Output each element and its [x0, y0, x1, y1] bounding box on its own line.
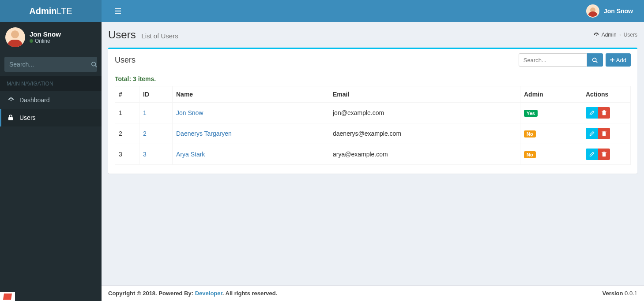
- cell-id-link[interactable]: 2: [143, 130, 147, 137]
- svg-rect-6: [8, 117, 13, 120]
- developer-link[interactable]: Developer: [195, 290, 222, 297]
- admin-badge: Yes: [524, 110, 538, 117]
- cell-num: 3: [115, 144, 139, 165]
- cell-name-link[interactable]: Jon Snow: [176, 109, 203, 116]
- admin-badge: No: [524, 151, 536, 158]
- breadcrumb-current: Users: [624, 32, 637, 38]
- sidebar-user-status: Online: [30, 38, 61, 44]
- svg-line-9: [596, 61, 597, 62]
- avatar-icon: [5, 27, 25, 47]
- svg-point-3: [92, 62, 96, 66]
- box-title: Users: [115, 56, 136, 65]
- trash-icon: [602, 152, 606, 157]
- sidebar-user-panel: Jon Snow Online: [0, 22, 102, 52]
- trash-icon: [602, 131, 606, 136]
- col-header-num: #: [115, 86, 139, 103]
- cell-name-link[interactable]: Daenerys Targaryen: [176, 130, 232, 137]
- admin-badge: No: [524, 130, 536, 137]
- lock-icon: [8, 115, 15, 121]
- svg-rect-19: [602, 152, 606, 153]
- svg-rect-14: [603, 110, 605, 111]
- svg-point-7: [596, 35, 597, 36]
- svg-rect-0: [115, 8, 121, 9]
- page-subtitle: List of Users: [141, 32, 178, 40]
- svg-rect-17: [603, 131, 605, 132]
- table-search-input[interactable]: [519, 53, 587, 67]
- sidebar-toggle-button[interactable]: [108, 2, 128, 20]
- table-row: 11Jon Snowjon@example.comYes: [115, 103, 631, 123]
- add-button-label: Add: [616, 57, 626, 63]
- footer-left: Copyright © 2018. Powered By: Developer.…: [108, 290, 277, 297]
- trash-icon: [602, 110, 606, 115]
- sidebar-search-button[interactable]: [91, 57, 97, 71]
- page-title: Users List of Users: [108, 29, 178, 41]
- avatar-icon: [586, 4, 599, 18]
- edit-button[interactable]: [586, 128, 598, 139]
- svg-rect-13: [602, 111, 606, 112]
- cell-id-link[interactable]: 1: [143, 109, 147, 116]
- nav-section-header: MAIN NAVIGATION: [0, 76, 102, 91]
- sidebar-search: [4, 57, 97, 72]
- grid-summary: Total: 3 items.: [115, 75, 631, 82]
- breadcrumb-root[interactable]: Admin: [602, 32, 617, 38]
- online-dot-icon: [30, 39, 33, 43]
- svg-point-5: [11, 100, 12, 101]
- brand-light: LTE: [57, 6, 72, 16]
- col-header-id: ID: [139, 86, 173, 103]
- col-header-name: Name: [173, 86, 329, 103]
- footer-version: Version 0.0.1: [603, 290, 638, 297]
- table-search-button[interactable]: [587, 53, 603, 67]
- svg-rect-20: [603, 152, 605, 152]
- dashboard-icon: [8, 97, 15, 103]
- brand-logo[interactable]: AdminLTE: [0, 0, 102, 22]
- edit-icon: [589, 131, 595, 136]
- svg-rect-18: [603, 153, 606, 156]
- dashboard-icon: [594, 32, 599, 37]
- svg-rect-2: [115, 13, 121, 14]
- search-icon: [91, 61, 97, 67]
- breadcrumb: Admin › Users: [594, 32, 637, 38]
- edit-button[interactable]: [586, 107, 598, 119]
- svg-line-4: [95, 66, 97, 67]
- delete-button[interactable]: [598, 149, 610, 160]
- edit-icon: [589, 110, 595, 115]
- col-header-actions: Actions: [582, 86, 631, 103]
- svg-rect-15: [603, 132, 606, 136]
- sidebar-user-name: Jon Snow: [30, 30, 61, 38]
- svg-rect-11: [610, 59, 614, 60]
- cell-email: jon@example.com: [329, 103, 520, 123]
- search-icon: [592, 57, 598, 63]
- col-header-admin: Admin: [520, 86, 582, 103]
- svg-rect-1: [115, 11, 121, 11]
- col-header-email: Email: [329, 86, 520, 103]
- sidebar-search-input[interactable]: [5, 57, 91, 71]
- table-row: 22Daenerys Targaryendaenerys@example.com…: [115, 123, 631, 144]
- users-table: # ID Name Email Admin Actions 11Jon Snow…: [115, 86, 631, 165]
- plus-icon: [610, 58, 614, 62]
- add-button[interactable]: Add: [606, 53, 631, 67]
- hamburger-icon: [115, 8, 121, 14]
- svg-rect-16: [602, 132, 606, 133]
- sidebar-item-dashboard[interactable]: Dashboard: [0, 91, 102, 109]
- svg-rect-12: [603, 111, 606, 115]
- cell-email: daenerys@example.com: [329, 123, 520, 144]
- cell-name-link[interactable]: Arya Stark: [176, 151, 205, 158]
- cell-id-link[interactable]: 3: [143, 151, 147, 158]
- cell-email: arya@example.com: [329, 144, 520, 165]
- svg-point-8: [593, 58, 596, 61]
- sidebar-item-label: Dashboard: [19, 97, 50, 104]
- brand-bold: Admin: [29, 6, 56, 16]
- delete-button[interactable]: [598, 128, 610, 139]
- chevron-right-icon: ›: [619, 32, 621, 38]
- sidebar-item-users[interactable]: Users: [0, 109, 102, 126]
- user-menu[interactable]: Jon Snow: [586, 4, 637, 18]
- cell-num: 2: [115, 123, 139, 144]
- table-row: 33Arya Starkarya@example.comNo: [115, 144, 631, 165]
- header-user-name: Jon Snow: [604, 7, 633, 15]
- delete-button[interactable]: [598, 107, 610, 119]
- cell-num: 1: [115, 103, 139, 123]
- edit-button[interactable]: [586, 149, 598, 160]
- sidebar-item-label: Users: [19, 114, 36, 121]
- edit-icon: [589, 152, 595, 157]
- corner-badge-icon: [0, 292, 15, 301]
